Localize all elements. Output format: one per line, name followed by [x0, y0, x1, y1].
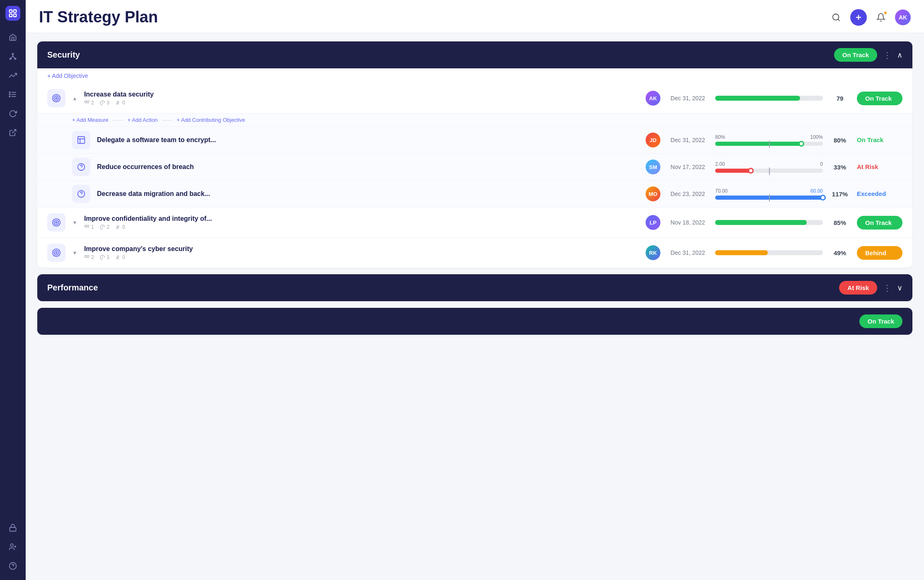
progress-labels-2: 2.00 0 — [715, 161, 823, 167]
obj2-icon-wrap — [47, 213, 65, 232]
section-performance-header: Performance At Risk ⋮ ∨ — [37, 274, 912, 301]
measure-status: On Track — [857, 136, 902, 144]
measure-date-3: Dec 23, 2022 — [667, 191, 709, 197]
actions-count: 3 — [100, 100, 110, 106]
measure-delegate: Delegate a software team to encrypt... J… — [37, 127, 912, 154]
measure-info-2: Reduce occurrences of breach — [97, 163, 639, 171]
measure-marker — [769, 140, 770, 148]
obj2-status-badge[interactable]: On Track — [857, 216, 902, 230]
measure-dot — [798, 141, 804, 147]
obj2-avatar: LP — [646, 215, 660, 230]
sidebar-item-lock[interactable] — [5, 520, 21, 536]
avatar-image: AK — [895, 10, 911, 25]
obj2-contrib: 0 — [115, 224, 125, 230]
range-start-2: 2.00 — [715, 161, 725, 167]
svg-rect-2 — [10, 14, 12, 17]
content-area: Security On Track ⋮ ∧ + Add Objective — [26, 33, 924, 351]
section-third-header: On Track — [37, 308, 912, 335]
app-logo[interactable] — [5, 6, 20, 21]
objective-progress — [715, 96, 823, 101]
obj3-expand-icon[interactable]: ▼ — [72, 250, 77, 256]
measure-fill — [715, 142, 801, 146]
measure-marker-2 — [769, 167, 770, 175]
section-performance-collapse[interactable]: ∨ — [897, 283, 902, 292]
obj2-actions: 2 — [100, 224, 110, 230]
add-action-link[interactable]: + Add Action — [128, 117, 158, 123]
svg-line-13 — [12, 130, 16, 133]
measure-progress-2: 2.00 0 — [715, 161, 823, 173]
contrib-count: 0 — [115, 100, 125, 106]
sidebar-item-list[interactable] — [5, 86, 21, 103]
section-security-body: + Add Objective ▲ Increase data security — [37, 68, 912, 268]
progress-labels: 80% 100% — [715, 134, 823, 140]
svg-point-6 — [15, 58, 16, 59]
measures-count: 2 — [84, 100, 94, 106]
obj3-name: Improve company's cyber security — [84, 245, 639, 253]
measure-name-2: Reduce occurrences of breach — [97, 163, 639, 171]
sidebar-item-org[interactable] — [5, 48, 21, 65]
objective-status: On Track — [857, 92, 902, 105]
objective-meta: 2 3 0 — [84, 100, 639, 106]
objective-status-badge[interactable]: On Track — [857, 92, 902, 105]
svg-point-26 — [56, 97, 57, 99]
svg-rect-27 — [85, 101, 87, 103]
obj3-status-badge[interactable]: Behind — [857, 246, 902, 260]
measure-percent: 80% — [830, 137, 850, 144]
section-performance-status[interactable]: At Risk — [839, 281, 877, 295]
sidebar-item-help[interactable] — [5, 558, 21, 574]
header: IT Strategy Plan — [26, 0, 924, 33]
measure-dot-2 — [748, 168, 754, 174]
svg-point-38 — [117, 225, 119, 227]
svg-line-21 — [838, 19, 839, 21]
user-avatar[interactable]: AK — [895, 10, 911, 25]
objective-cyber-security: ▼ Improve company's cyber security 2 1 — [37, 238, 912, 268]
obj2-info: Improve confidentiality and integrity of… — [84, 215, 639, 230]
objective-confidentiality: ▼ Improve confidentiality and integrity … — [37, 208, 912, 238]
sidebar-item-connect[interactable] — [5, 124, 21, 141]
objective-increase-data-security: ▲ Increase data security 2 3 — [37, 83, 912, 114]
measure-icon-wrap — [72, 131, 90, 149]
section-security-menu[interactable]: ⋮ — [883, 50, 891, 60]
progress-labels-3: 70.00 60.00 — [715, 188, 823, 194]
obj3-fill — [715, 250, 768, 255]
section-performance-menu[interactable]: ⋮ — [883, 283, 891, 293]
sidebar-item-home[interactable] — [5, 29, 21, 46]
measure-reduce: Reduce occurrences of breach SM Nov 17, … — [37, 154, 912, 181]
add-button[interactable] — [850, 9, 867, 26]
search-button[interactable] — [829, 10, 844, 25]
obj3-actions: 1 — [100, 254, 110, 260]
section-performance-title: Performance — [47, 283, 98, 292]
add-measure-link[interactable]: + Add Measure — [72, 117, 109, 123]
measure-percent-3: 117% — [830, 191, 850, 198]
section-third-status[interactable]: On Track — [859, 314, 902, 328]
section-security-status[interactable]: On Track — [834, 48, 877, 62]
add-objective-button[interactable]: + Add Objective — [37, 68, 912, 83]
svg-point-25 — [54, 96, 59, 101]
obj2-expand-icon[interactable]: ▼ — [72, 220, 77, 226]
svg-rect-42 — [85, 255, 87, 257]
objective-expand-icon[interactable]: ▲ — [72, 95, 77, 102]
range-end-3: 60.00 — [810, 188, 823, 194]
range-end: 100% — [810, 134, 823, 140]
obj3-measures: 2 — [84, 254, 94, 260]
measure-status-text-3: Exceeded — [857, 190, 886, 197]
measure-avatar: JD — [646, 133, 660, 147]
obj2-measures: 1 — [84, 224, 94, 230]
svg-rect-3 — [14, 14, 16, 17]
section-security: Security On Track ⋮ ∧ + Add Objective — [37, 41, 912, 268]
section-security-collapse[interactable]: ∧ — [897, 51, 902, 60]
notification-badge — [883, 11, 888, 15]
svg-rect-37 — [87, 225, 89, 227]
sidebar-item-refresh[interactable] — [5, 105, 21, 122]
sidebar-item-analytics[interactable] — [5, 67, 21, 84]
measure-icon-wrap-2 — [72, 158, 90, 176]
progress-fill — [715, 96, 800, 101]
notification-button[interactable] — [873, 10, 888, 25]
header-actions: AK — [829, 9, 911, 26]
main-content: IT Strategy Plan — [26, 0, 924, 580]
sidebar-item-user-add[interactable] — [5, 539, 21, 555]
obj3-info: Improve company's cyber security 2 1 — [84, 245, 639, 260]
svg-point-10 — [9, 92, 10, 93]
add-contributing-link[interactable]: + Add Contributing Objective — [177, 117, 245, 123]
measure-date-2: Nov 17, 2022 — [667, 164, 709, 170]
